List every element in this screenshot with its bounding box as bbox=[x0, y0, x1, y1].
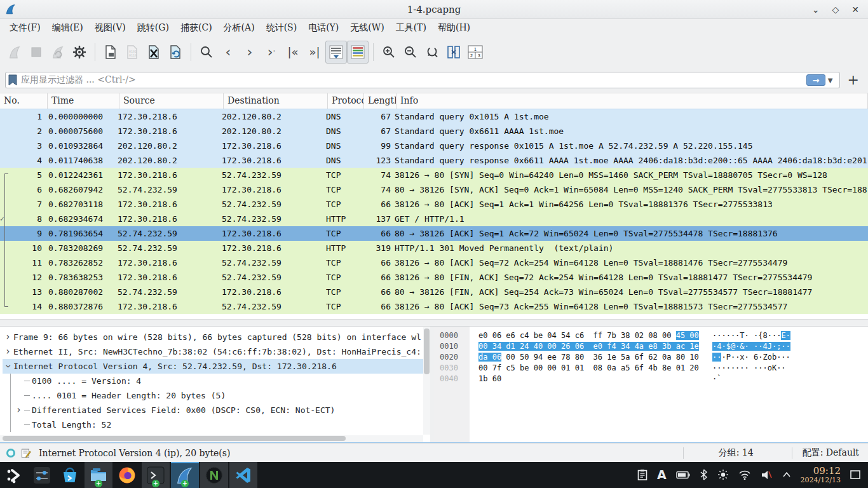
detail-line-0[interactable]: ›Frame 9: 66 bytes on wire (528 bits), 6… bbox=[3, 330, 430, 344]
go-first-packet-button[interactable]: |« bbox=[282, 41, 304, 64]
menu-item-8[interactable]: 无线(W) bbox=[344, 20, 390, 36]
show-desktop-icon[interactable] bbox=[850, 470, 860, 479]
zoom-out-button[interactable] bbox=[400, 41, 421, 64]
open-file-button[interactable] bbox=[100, 41, 121, 64]
restart-capture-button[interactable] bbox=[47, 41, 69, 64]
auto-scroll-button[interactable] bbox=[325, 41, 347, 64]
packet-row-4[interactable]: 40.011740638202.120.80.2172.30.218.6DNS1… bbox=[0, 153, 868, 168]
hex-row-0030[interactable]: 003000 7f c5 be 00 00 01 01 08 0a a5 6f … bbox=[434, 363, 868, 374]
close-button[interactable]: ✕ bbox=[851, 0, 859, 19]
filter-dropdown-caret[interactable]: ▼ bbox=[825, 77, 837, 84]
menu-item-2[interactable]: 视图(V) bbox=[89, 20, 132, 36]
minimize-button[interactable]: ⌄ bbox=[812, 0, 820, 19]
packet-row-9[interactable]: 90.78196365452.74.232.59172.30.218.6TCP6… bbox=[0, 226, 868, 241]
go-to-packet-button[interactable]: ›· bbox=[261, 41, 282, 64]
packet-row-8[interactable]: ✓80.682934674172.30.218.652.74.232.59HTT… bbox=[0, 212, 868, 226]
file-manager-app-icon[interactable]: + bbox=[85, 462, 112, 488]
expert-info-icon[interactable] bbox=[6, 449, 15, 458]
menu-item-3[interactable]: 跳转(G) bbox=[132, 20, 175, 36]
column-length[interactable]: Length bbox=[364, 93, 397, 109]
tray-expander-icon[interactable] bbox=[782, 471, 791, 478]
save-file-button[interactable]: 01010110 bbox=[121, 41, 143, 64]
packet-row-10[interactable]: 100.78320826952.74.232.59172.30.218.6HTT… bbox=[0, 241, 868, 255]
brightness-icon[interactable] bbox=[717, 469, 729, 480]
detail-line-3[interactable]: 0100 .... = Version: 4 bbox=[3, 374, 430, 388]
capture-comment-icon[interactable] bbox=[21, 448, 31, 458]
hex-row-0040[interactable]: 00401b 60·` bbox=[434, 374, 868, 384]
hex-row-0020[interactable]: 0020da 06 00 50 94 ee 78 80 36 1e 5a 6f … bbox=[434, 352, 868, 363]
clock[interactable]: 09:12 2024/12/13 bbox=[801, 466, 841, 484]
column-no[interactable]: No. bbox=[0, 93, 48, 109]
vscode-app-icon[interactable] bbox=[229, 462, 257, 488]
stop-capture-button[interactable] bbox=[25, 41, 47, 64]
hex-row-0000[interactable]: 0000e0 06 e6 c4 be 04 54 c6 ff 7b 38 02 … bbox=[434, 330, 868, 341]
menu-item-0[interactable]: 文件(F) bbox=[4, 20, 46, 36]
battery-icon[interactable] bbox=[676, 471, 690, 479]
go-last-packet-button[interactable]: »| bbox=[304, 41, 325, 64]
menu-item-10[interactable]: 帮助(H) bbox=[432, 20, 476, 36]
packet-row-13[interactable]: 130.88028700252.74.232.59172.30.218.6TCP… bbox=[0, 285, 868, 299]
pane-splitter[interactable] bbox=[0, 319, 868, 327]
app-launcher-button[interactable] bbox=[0, 462, 28, 488]
clipboard-icon[interactable] bbox=[637, 469, 648, 480]
bookmark-icon[interactable] bbox=[8, 74, 17, 86]
detail-line-6[interactable]: Total Length: 52 bbox=[3, 417, 430, 432]
packet-row-14[interactable]: 140.880372876172.30.218.652.74.232.59TCP… bbox=[0, 299, 868, 314]
maximize-button[interactable]: ◇ bbox=[832, 0, 839, 19]
wifi-icon[interactable] bbox=[738, 470, 751, 480]
packet-row-2[interactable]: 20.000075600172.30.218.6202.120.80.2DNS6… bbox=[0, 124, 868, 139]
column-info[interactable]: Info bbox=[397, 93, 868, 109]
column-destination[interactable]: Destination bbox=[224, 93, 328, 109]
keyboard-layout-icon[interactable]: A bbox=[657, 468, 667, 482]
tree-expander-icon[interactable]: › bbox=[3, 330, 13, 344]
packet-row-5[interactable]: 50.012242361172.30.218.652.74.232.59TCP7… bbox=[0, 168, 868, 182]
detail-line-1[interactable]: ›Ethernet II, Src: NewH3CTechno_7b:38:02… bbox=[3, 344, 430, 359]
detail-line-2[interactable]: ›Internet Protocol Version 4, Src: 52.74… bbox=[3, 359, 430, 374]
tree-expander-icon[interactable]: › bbox=[13, 403, 24, 417]
zoom-reset-button[interactable] bbox=[421, 41, 443, 64]
profile-status[interactable]: 配置: Default bbox=[792, 447, 868, 459]
resize-columns-button[interactable] bbox=[443, 41, 465, 64]
wireshark-task-button[interactable]: + bbox=[171, 462, 199, 488]
packet-row-11[interactable]: 110.783262852172.30.218.652.74.232.59TCP… bbox=[0, 255, 868, 270]
packet-row-1[interactable]: 10.000000000172.30.218.6202.120.80.2DNS6… bbox=[0, 109, 868, 124]
packet-row-3[interactable]: 30.010932864202.120.80.2172.30.218.6DNS9… bbox=[0, 139, 868, 153]
firefox-app-icon[interactable] bbox=[113, 462, 141, 488]
packet-row-7[interactable]: 70.682703118172.30.218.652.74.232.59TCP6… bbox=[0, 197, 868, 212]
tree-expander-icon[interactable]: › bbox=[3, 344, 13, 359]
menu-item-6[interactable]: 统计(S) bbox=[261, 20, 303, 36]
menu-item-7[interactable]: 电话(Y) bbox=[302, 20, 344, 36]
bluetooth-icon[interactable] bbox=[700, 469, 708, 480]
apply-filter-button[interactable]: → bbox=[806, 74, 825, 86]
display-filter-input[interactable]: 应用显示过滤器 ... <Ctrl-/> → ▼ bbox=[5, 72, 840, 88]
hex-row-0010[interactable]: 001000 34 d1 24 40 00 26 06 e0 f4 34 4a … bbox=[434, 341, 868, 352]
detail-line-4[interactable]: .... 0101 = Header Length: 20 bytes (5) bbox=[3, 388, 430, 403]
go-forward-button[interactable]: › bbox=[239, 41, 261, 64]
detail-horizontal-scrollbar[interactable] bbox=[0, 435, 423, 442]
column-protocol[interactable]: Protocol bbox=[328, 93, 364, 109]
neovim-app-icon[interactable] bbox=[200, 462, 228, 488]
find-packet-button[interactable] bbox=[196, 41, 217, 64]
discover-app-icon[interactable] bbox=[56, 462, 84, 488]
column-time[interactable]: Time bbox=[48, 93, 119, 109]
number-columns-button[interactable]: 123 bbox=[465, 41, 486, 64]
go-back-button[interactable]: ‹ bbox=[217, 41, 239, 64]
add-filter-button[interactable]: + bbox=[844, 73, 863, 87]
settings-app-icon[interactable] bbox=[28, 462, 56, 488]
capture-options-button[interactable] bbox=[69, 41, 90, 64]
start-capture-button[interactable] bbox=[4, 41, 25, 64]
terminal-app-icon[interactable]: + bbox=[142, 462, 170, 488]
reload-file-button[interactable] bbox=[165, 41, 186, 64]
packet-row-12[interactable]: 120.783638253172.30.218.652.74.232.59TCP… bbox=[0, 270, 868, 285]
detail-vertical-scrollbar[interactable] bbox=[423, 327, 430, 435]
menu-item-9[interactable]: 工具(T) bbox=[390, 20, 432, 36]
colorize-button[interactable] bbox=[347, 41, 369, 64]
tree-expander-icon[interactable]: › bbox=[1, 361, 15, 372]
column-source[interactable]: Source bbox=[119, 93, 224, 109]
volume-muted-icon[interactable] bbox=[761, 470, 773, 480]
menu-item-4[interactable]: 捕获(C) bbox=[175, 20, 218, 36]
zoom-in-button[interactable] bbox=[378, 41, 400, 64]
menu-item-5[interactable]: 分析(A) bbox=[218, 20, 261, 36]
close-file-button[interactable] bbox=[143, 41, 165, 64]
menu-item-1[interactable]: 编辑(E) bbox=[46, 20, 89, 36]
